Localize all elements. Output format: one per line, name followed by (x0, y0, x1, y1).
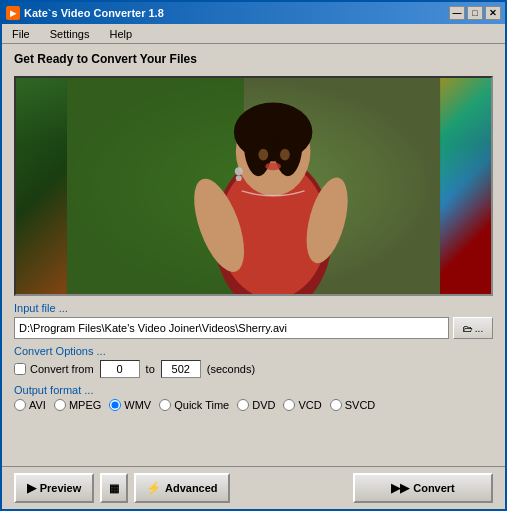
convert-from-text: Convert from (30, 363, 94, 375)
main-window: ▶ Kate`s Video Converter 1.8 — □ ✕ File … (0, 0, 507, 511)
seconds-label: (seconds) (207, 363, 255, 375)
svg-point-15 (235, 167, 243, 175)
advanced-icon: ⚡ (146, 481, 161, 495)
format-quicktime[interactable]: Quick Time (159, 399, 229, 411)
convert-icon: ▶▶ (391, 481, 409, 495)
format-dvd-radio[interactable] (237, 399, 249, 411)
folder-icon: 🗁 (463, 323, 473, 334)
maximize-button[interactable]: □ (467, 6, 483, 20)
svg-point-12 (258, 149, 268, 161)
format-mpeg[interactable]: MPEG (54, 399, 101, 411)
bottom-bar: ▶ Preview ▦ ⚡ Advanced ▶▶ Convert (2, 466, 505, 509)
minimize-button[interactable]: — (449, 6, 465, 20)
format-dvd[interactable]: DVD (237, 399, 275, 411)
format-radio-row: AVI MPEG WMV Quick Time DVD (14, 399, 493, 411)
page-title: Get Ready to Convert Your Files (14, 52, 493, 66)
convert-label: Convert (413, 482, 455, 494)
svg-point-14 (265, 162, 281, 170)
grid-view-button[interactable]: ▦ (100, 473, 128, 503)
format-avi[interactable]: AVI (14, 399, 46, 411)
preview-button[interactable]: ▶ Preview (14, 473, 94, 503)
format-wmv[interactable]: WMV (109, 399, 151, 411)
menu-bar: File Settings Help (2, 24, 505, 44)
format-svcd-radio[interactable] (330, 399, 342, 411)
format-vcd[interactable]: VCD (283, 399, 321, 411)
convert-from-checkbox-label[interactable]: Convert from (14, 363, 94, 375)
format-vcd-radio[interactable] (283, 399, 295, 411)
grid-icon: ▦ (109, 482, 119, 495)
input-file-row: 🗁 ... (14, 317, 493, 339)
input-file-section: Input file ... 🗁 ... (14, 302, 493, 339)
svg-point-13 (280, 149, 290, 161)
convert-from-value[interactable] (100, 360, 140, 378)
input-file-label: Input file ... (14, 302, 493, 314)
svg-point-16 (236, 175, 242, 181)
browse-button[interactable]: 🗁 ... (453, 317, 493, 339)
window-title: Kate`s Video Converter 1.8 (24, 7, 164, 19)
convert-button[interactable]: ▶▶ Convert (353, 473, 493, 503)
format-svcd[interactable]: SVCD (330, 399, 376, 411)
title-bar-left: ▶ Kate`s Video Converter 1.8 (6, 6, 164, 20)
close-button[interactable]: ✕ (485, 6, 501, 20)
main-content: Get Ready to Convert Your Files (2, 44, 505, 466)
advanced-button[interactable]: ⚡ Advanced (134, 473, 230, 503)
advanced-label: Advanced (165, 482, 218, 494)
video-preview (14, 76, 493, 296)
convert-options-section: Convert Options ... Convert from to (sec… (14, 345, 493, 378)
menu-settings[interactable]: Settings (44, 27, 96, 41)
menu-file[interactable]: File (6, 27, 36, 41)
format-mpeg-radio[interactable] (54, 399, 66, 411)
preview-label: Preview (40, 482, 82, 494)
convert-options-label: Convert Options ... (14, 345, 493, 357)
output-format-section: Output format ... AVI MPEG WMV Quick Tim… (14, 384, 493, 411)
title-bar: ▶ Kate`s Video Converter 1.8 — □ ✕ (2, 2, 505, 24)
convert-from-checkbox[interactable] (14, 363, 26, 375)
video-image (16, 78, 491, 294)
convert-to-value[interactable] (161, 360, 201, 378)
app-icon: ▶ (6, 6, 20, 20)
output-format-label: Output format ... (14, 384, 493, 396)
convert-range-row: Convert from to (seconds) (14, 360, 493, 378)
preview-icon: ▶ (27, 481, 36, 495)
menu-help[interactable]: Help (103, 27, 138, 41)
format-quicktime-radio[interactable] (159, 399, 171, 411)
video-content-svg (16, 78, 491, 294)
title-controls: — □ ✕ (449, 6, 501, 20)
format-avi-radio[interactable] (14, 399, 26, 411)
file-path-input[interactable] (14, 317, 449, 339)
to-separator: to (146, 363, 155, 375)
format-wmv-radio[interactable] (109, 399, 121, 411)
